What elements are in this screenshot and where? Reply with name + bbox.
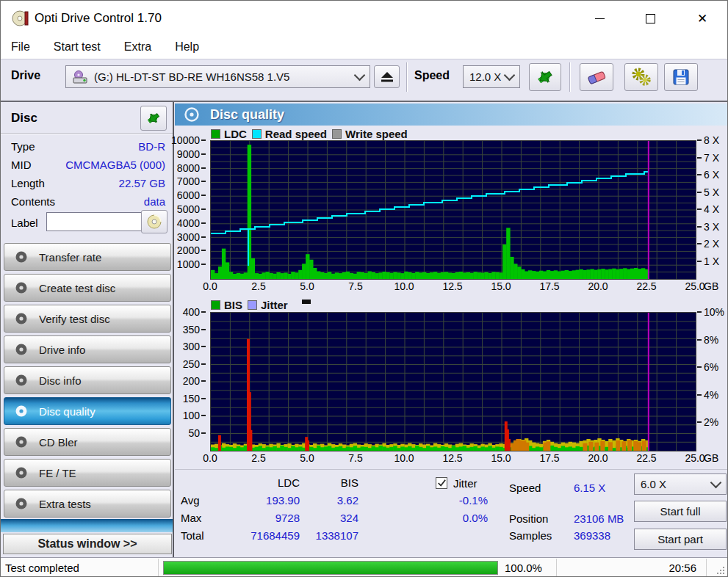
avg-jitter-value: -0.1% — [427, 494, 488, 507]
tick-label: 6 X — [704, 169, 719, 181]
menu-start-test[interactable]: Start test — [42, 40, 112, 54]
disc-label-input[interactable] — [46, 212, 142, 231]
drive-icon — [72, 69, 88, 85]
disc-refresh-button[interactable] — [140, 106, 167, 131]
status-window-button[interactable]: Status window >> — [3, 534, 172, 554]
total-row-label: Total — [181, 529, 204, 542]
tick-label: 10.0 — [388, 452, 420, 464]
tick-label — [201, 195, 206, 196]
tick-label — [201, 329, 206, 330]
tick-label — [697, 311, 702, 313]
tick-label: 1 X — [704, 255, 719, 267]
tick-label: 50 — [188, 427, 200, 439]
cd-icon — [146, 214, 162, 230]
sidebar-item-create-test-disc[interactable]: Create test disc — [4, 274, 171, 302]
tick-label: 7.5 — [339, 280, 372, 292]
tick-label — [201, 264, 206, 265]
refresh-button[interactable] — [529, 63, 561, 91]
tick-label: 7.5 — [339, 452, 372, 464]
tick-label — [697, 339, 702, 341]
write-label-button[interactable] — [141, 210, 167, 233]
speed-select[interactable]: 12.0 X — [463, 65, 520, 88]
tick-label: 7000 — [177, 175, 200, 187]
sidebar-item-cd-bler[interactable]: CD Bler — [4, 428, 171, 456]
disc-icon — [15, 404, 28, 418]
status-time: 20:56 — [629, 562, 696, 574]
tick-label — [201, 139, 206, 141]
bis-chart-y-axis-right: 2%4%6%8%10% — [697, 312, 728, 450]
sidebar-item-drive-info[interactable]: Drive info — [4, 335, 171, 363]
bis-chart-x-axis: GB 0.02.55.07.510.012.515.017.520.022.52… — [210, 452, 724, 464]
start-full-button[interactable]: Start full — [634, 501, 727, 522]
progress-bar — [163, 561, 498, 575]
menu-help[interactable]: Help — [163, 40, 211, 54]
tick-label: 150 — [183, 393, 200, 404]
position-stat-value: 23106 MB — [574, 512, 640, 525]
status-text: Test completed — [5, 562, 79, 574]
menu-file[interactable]: File — [1, 40, 42, 54]
sidebar-item-extra-tests[interactable]: Extra tests — [4, 490, 171, 518]
save-button[interactable] — [664, 63, 698, 91]
tick-label: 7 X — [704, 152, 719, 164]
stats-divider — [175, 469, 728, 470]
tick-label — [201, 181, 206, 182]
legend-item: BIS — [211, 299, 242, 311]
tick-label: 350 — [183, 324, 200, 335]
minimize-icon — [595, 18, 605, 19]
bis-jitter-chart-legend: BIS Jitter — [211, 299, 311, 311]
total-ldc-value: 71684459 — [221, 529, 300, 542]
tick-label — [697, 174, 702, 175]
write-speed-swatch — [332, 129, 342, 139]
speed-stat-value: 6.15 X — [574, 482, 618, 494]
tick-label — [697, 366, 702, 368]
disc-icon — [15, 250, 28, 264]
tick-label: 10.0 — [388, 280, 420, 292]
maximize-button[interactable] — [638, 10, 663, 27]
tick-label — [697, 157, 702, 159]
tick-label — [697, 192, 702, 193]
sidebar-item-disc-quality[interactable]: Disc quality — [4, 397, 171, 425]
position-stat-label: Position — [509, 512, 548, 525]
sidebar-item-fe-te[interactable]: FE / TE — [4, 459, 171, 487]
close-icon: ✕ — [697, 11, 707, 26]
tick-label: 2% — [704, 416, 718, 428]
bis-column-header: BIS — [302, 476, 358, 489]
tick-label: 2.5 — [242, 280, 275, 292]
tick-label: 12.5 — [436, 452, 469, 464]
tick-label: 9000 — [177, 148, 200, 160]
tick-label: 22.5 — [630, 452, 663, 464]
samples-stat-value: 369338 — [574, 529, 640, 542]
avg-row-label: Avg — [181, 494, 200, 507]
sidebar-item-transfer-rate[interactable]: Transfer rate — [4, 243, 171, 271]
tick-label — [697, 208, 702, 210]
max-row-label: Max — [181, 512, 201, 524]
tick-label: 20.0 — [582, 280, 614, 292]
max-ldc-value: 9728 — [221, 512, 300, 524]
tick-label: 0.0 — [194, 452, 226, 464]
jitter-checkbox[interactable] — [436, 477, 447, 489]
close-button[interactable]: ✕ — [690, 10, 715, 27]
eject-button[interactable] — [374, 65, 400, 88]
disc-icon — [15, 435, 28, 449]
settings-button[interactable] — [624, 63, 658, 91]
tick-label: 3 X — [704, 221, 719, 233]
resize-grip[interactable] — [715, 565, 725, 575]
legend-item: LDC — [211, 128, 247, 140]
bis-chart-y-axis-left: 50100150200250300350400 — [172, 312, 207, 450]
tick-label — [697, 139, 702, 141]
tick-label: 2 X — [704, 238, 719, 250]
refresh-arrows-icon — [145, 110, 162, 126]
minimize-button[interactable] — [587, 10, 612, 27]
samples-stat-label: Samples — [509, 529, 552, 542]
drive-select[interactable]: (G:) HL-DT-ST BD-RE WH16NS58 1.V5 — [65, 65, 370, 88]
progress-fill — [164, 562, 497, 574]
start-part-button[interactable]: Start part — [634, 529, 727, 550]
test-speed-select[interactable]: 6.0 X — [634, 473, 727, 495]
tick-label: 22.5 — [630, 280, 663, 292]
menu-extra[interactable]: Extra — [112, 40, 163, 54]
sidebar-item-verify-test-disc[interactable]: Verify test disc — [4, 305, 171, 333]
sidebar-item-disc-info[interactable]: Disc info — [4, 366, 171, 394]
erase-disc-button[interactable] — [580, 63, 613, 91]
title-bar: Opti Drive Control 1.70 ✕ — [1, 1, 727, 36]
tick-label: 17.5 — [533, 452, 566, 464]
